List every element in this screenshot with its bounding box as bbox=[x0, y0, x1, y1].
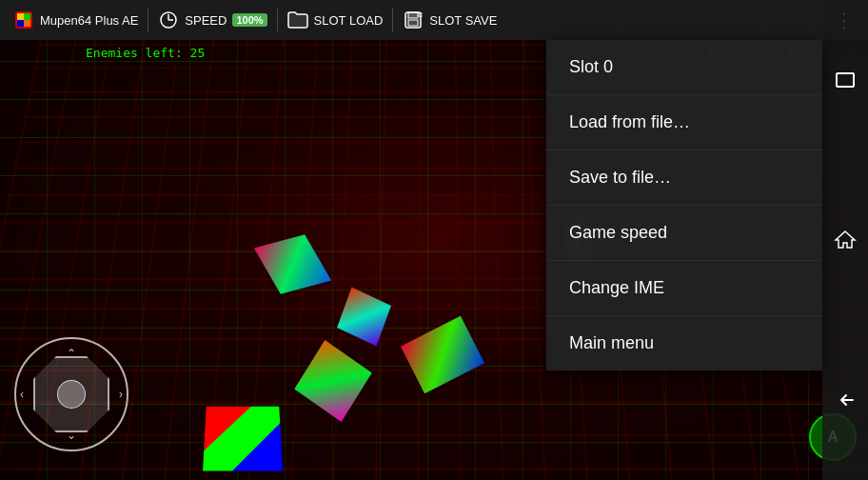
speed-value: 100% bbox=[232, 13, 266, 27]
slot-save-label: SLOT SAVE bbox=[429, 13, 497, 28]
menu-item-main-menu[interactable]: Main menu bbox=[546, 316, 822, 370]
joystick-center bbox=[57, 380, 86, 409]
back-icon bbox=[834, 389, 857, 411]
back-button[interactable] bbox=[826, 381, 864, 419]
speed-label: SPEED bbox=[185, 13, 227, 28]
svg-rect-9 bbox=[408, 12, 418, 18]
window-icon bbox=[834, 69, 857, 91]
app-title: Mupen64 Plus AE bbox=[40, 13, 138, 28]
game-cube-bottom bbox=[203, 407, 283, 471]
speed-item[interactable]: SPEED 100% bbox=[148, 0, 276, 40]
svg-rect-3 bbox=[17, 20, 24, 27]
folder-icon bbox=[287, 10, 308, 30]
save-icon: C bbox=[403, 10, 424, 30]
menu-item-save-file[interactable]: Save to file… bbox=[546, 150, 822, 206]
dropdown-menu: Slot 0Load from file…Save to file…Game s… bbox=[546, 40, 822, 370]
menu-item-load-file[interactable]: Load from file… bbox=[546, 95, 822, 150]
app-icon bbox=[13, 10, 34, 30]
enemies-status: Enemies left: 25 bbox=[86, 46, 205, 60]
joystick-outer: ⌃ ⌄ ‹ › bbox=[14, 337, 128, 451]
slot-save-item[interactable]: C SLOT SAVE bbox=[393, 0, 506, 40]
svg-rect-4 bbox=[24, 20, 30, 27]
menu-item-game-speed[interactable]: Game speed bbox=[546, 206, 822, 261]
clock-icon bbox=[158, 10, 179, 30]
svg-rect-1 bbox=[17, 13, 24, 20]
menu-item-change-ime[interactable]: Change IME bbox=[546, 261, 822, 316]
svg-rect-10 bbox=[408, 20, 418, 26]
svg-text:C: C bbox=[418, 11, 423, 18]
joystick-octagon bbox=[33, 356, 109, 432]
slot-load-item[interactable]: SLOT LOAD bbox=[278, 0, 393, 40]
chevron-right-icon: › bbox=[119, 388, 123, 401]
joystick[interactable]: ⌃ ⌄ ‹ › bbox=[14, 337, 128, 451]
toolbar: Mupen64 Plus AE SPEED 100% SLOT LOAD bbox=[0, 0, 868, 40]
menu-item-slot0[interactable]: Slot 0 bbox=[546, 40, 822, 95]
svg-rect-12 bbox=[837, 73, 854, 87]
window-button[interactable] bbox=[826, 61, 864, 99]
chevron-left-icon: ‹ bbox=[20, 388, 24, 401]
app-title-item: Mupen64 Plus AE bbox=[4, 0, 148, 40]
system-buttons bbox=[822, 0, 868, 480]
slot-load-label: SLOT LOAD bbox=[314, 13, 384, 28]
home-button[interactable] bbox=[826, 221, 864, 259]
svg-rect-2 bbox=[24, 13, 30, 20]
home-icon bbox=[834, 229, 857, 251]
